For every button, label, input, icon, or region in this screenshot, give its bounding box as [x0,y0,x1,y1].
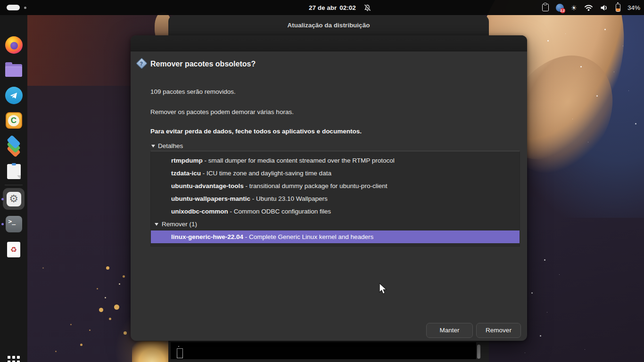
system-status-area[interactable]: 2.2 ☀ 34% [542,0,640,15]
terminal-cursor [177,348,183,358]
telegram-icon [5,87,23,104]
layers-icon [4,137,23,156]
dock-item-trash[interactable]: ♻ [0,242,27,257]
selected-package-row[interactable]: linux-generic-hwe-22.04 - Complete Gener… [151,230,520,243]
data-loss-warning-text: Para evitar perda de dados, feche todos … [150,128,362,135]
firefox-icon [5,36,23,54]
terminal-scrollbar[interactable] [477,345,480,359]
app-circle-badge-icon[interactable]: 2.2 [556,4,564,12]
badge-count: 2.2 [560,8,565,13]
details-expander[interactable]: Detalhes [151,142,183,149]
dock-item-firefox[interactable] [0,36,27,54]
notes-icon [7,164,21,179]
package-row[interactable]: tzdata-icu - ICU time zone and daylight-… [151,167,520,180]
app-grid-icon [8,356,20,362]
dock-item-notes-app[interactable] [0,164,27,179]
terminal-icon: >_ [6,216,22,232]
remove-obsolete-packages-dialog: ? Remover pacotes obsoletos? 109 pacotes… [131,35,527,341]
clipboard-icon[interactable] [542,4,549,11]
duration-note-text: Remover os pacotes podem demorar várias … [150,108,294,115]
dock-item-layers-app[interactable] [0,137,27,156]
top-bar: 27 de abr 02:02 2.2 ☀ [0,0,644,15]
expander-triangle-icon [151,145,155,148]
background-window-title: Atualização da distribuição [288,22,370,29]
remove-group-expander[interactable]: Remover (1) [151,218,520,230]
running-indicator [1,198,4,200]
dock-item-file-manager[interactable] [0,62,27,77]
time-label: 02:02 [339,4,356,11]
wallpaper-glow [132,341,172,362]
package-row[interactable]: rtmpdump - small dumper for media conten… [151,154,520,167]
terminal-output[interactable] [171,342,476,359]
mouse-cursor [379,283,389,295]
package-row[interactable]: ubuntu-advantage-tools - transitional du… [151,180,520,192]
clock[interactable]: 27 de abr 02:02 [309,0,372,15]
dock-item-telegram[interactable] [0,87,27,104]
package-row[interactable]: python3-secretstorage - Python module fo… [151,151,520,154]
packages-count-text: 109 pacotes serão removidos. [150,88,236,95]
show-applications-button[interactable] [0,356,27,362]
package-list[interactable]: python3-secretstorage - Python module fo… [150,151,520,247]
keep-button[interactable]: Manter [426,323,473,338]
volume-icon[interactable] [600,4,609,11]
battery-icon[interactable] [616,4,620,12]
package-row[interactable]: ubuntu-wallpapers-mantic - Ubuntu 23.10 … [151,192,520,205]
wifi-icon[interactable] [584,4,593,11]
dialog-title: Remover pacotes obsoletos? [150,60,256,68]
running-indicator [1,223,4,225]
desktop: Atualização da distribuição 27 de abr 02… [0,0,644,362]
remove-button[interactable]: Remover [476,323,521,338]
folder-icon [5,64,22,77]
workspace-indicator[interactable] [7,5,20,10]
notifications-disabled-icon [363,4,372,12]
details-label: Detalhes [158,142,183,149]
battery-percent: 34% [627,4,640,11]
dock-item-terminal[interactable]: >_ [0,216,27,232]
expander-triangle-icon [155,223,158,226]
background-window-titlebar[interactable]: Atualização da distribuição [168,15,489,36]
package-row[interactable]: unixodbc-common - Common ODBC configurat… [151,205,520,218]
background-window-terminal-area [168,341,489,362]
dock-separator [5,185,23,185]
dock-item-settings-active[interactable]: ⚙ [0,188,27,210]
image-viewer-icon: C [6,112,22,129]
trash-icon: ♻ [7,242,20,257]
brightness-icon[interactable]: ☀ [571,4,577,11]
date-label: 27 de abr [309,4,337,11]
settings-icon: ⚙ [3,188,25,210]
dock: C ⚙ >_ ♻ [0,15,27,362]
dialog-titlebar[interactable] [131,35,527,51]
workspace-dot[interactable] [24,7,26,9]
question-dialog-icon: ? [136,58,147,69]
dock-item-image-viewer[interactable]: C [0,112,27,129]
